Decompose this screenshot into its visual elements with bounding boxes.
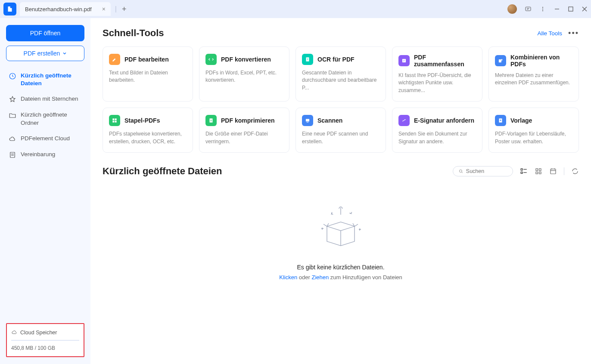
sidebar-label: Vereinbarung <box>21 151 55 158</box>
tool-desc: Mehrere Dateien zu einer einzelnen PDF z… <box>495 72 572 87</box>
svg-rect-18 <box>112 121 114 123</box>
user-avatar[interactable] <box>507 4 517 14</box>
tool-grid: PDF bearbeitenText und Bilder in Dateien… <box>103 46 579 153</box>
svg-rect-30 <box>536 169 538 171</box>
svg-rect-17 <box>115 119 117 120</box>
svg-rect-14 <box>402 59 406 62</box>
batch-pdf-icon <box>109 115 120 126</box>
tool-desc: PDFs stapelweise konvertieren, erstellen… <box>109 130 187 145</box>
tool-card-combine-pdf[interactable]: Kombinieren von PDFsMehrere Dateien zu e… <box>488 46 579 102</box>
svg-rect-34 <box>551 169 556 174</box>
svg-point-24 <box>459 170 462 173</box>
window-minimize-icon[interactable] <box>554 6 560 12</box>
tool-card-esign[interactable]: E-Signatur anfordernSenden Sie ein Dokum… <box>392 108 482 153</box>
empty-state: Es gibt keine kürzlichen Dateien. Klicke… <box>103 190 579 293</box>
summarize-pdf-icon <box>398 55 410 66</box>
list-view-icon[interactable] <box>520 167 528 175</box>
tool-card-edit-pdf[interactable]: PDF bearbeitenText und Bilder in Dateien… <box>103 46 193 102</box>
svg-point-2 <box>542 9 543 9</box>
sidebar-label: Kürzlich geöffnete Dateien <box>21 72 82 87</box>
sidebar-label: PDFelement Cloud <box>21 135 70 142</box>
message-icon[interactable] <box>525 6 532 12</box>
svg-rect-5 <box>569 7 573 11</box>
tool-title: PDF konvertieren <box>221 56 271 63</box>
esign-icon <box>398 115 410 126</box>
sidebar-item-recent-folders[interactable]: Kürzlich geöffnete Ordner <box>6 107 84 130</box>
window-close-icon[interactable] <box>582 6 588 12</box>
tool-title: E-Signatur anfordern <box>414 117 474 124</box>
tool-title: PDF komprimieren <box>221 117 274 124</box>
clock-icon <box>9 72 16 80</box>
tool-desc: Text und Bilder in Dateien bearbeiten. <box>109 69 187 84</box>
template-icon <box>495 115 506 126</box>
svg-rect-32 <box>536 172 538 174</box>
kebab-menu-icon[interactable] <box>539 6 546 12</box>
sidebar-item-starred[interactable]: Dateien mit Sternchen <box>6 91 84 107</box>
search-icon <box>458 168 463 174</box>
tab-add-icon[interactable]: + <box>119 5 129 14</box>
sidebar-item-cloud[interactable]: PDFelement Cloud <box>6 131 84 147</box>
empty-box-icon <box>311 203 371 254</box>
tool-card-ocr-pdf[interactable]: TOCR für PDFGescannte Dateien in durchsu… <box>296 46 386 102</box>
sidebar-label: Kürzlich geöffnete Ordner <box>21 111 82 126</box>
empty-message: Es gibt keine kürzlichen Dateien. <box>103 264 579 271</box>
app-logo[interactable] <box>3 3 16 15</box>
tool-card-convert-pdf[interactable]: PDF konvertierenPDFs in Word, Excel, PPT… <box>199 46 289 102</box>
scan-icon <box>302 115 313 126</box>
svg-rect-9 <box>10 152 15 157</box>
search-box[interactable] <box>453 166 513 176</box>
tool-card-summarize-pdf[interactable]: PDF zusammenfassenKI fasst Ihre PDF-Über… <box>392 46 482 102</box>
open-pdf-button[interactable]: PDF öffnen <box>6 25 84 41</box>
cloud-icon <box>11 329 18 336</box>
ocr-pdf-icon: T <box>302 54 313 65</box>
drag-link[interactable]: Ziehen <box>311 274 329 281</box>
folder-icon <box>9 111 16 119</box>
window-maximize-icon[interactable] <box>568 6 574 12</box>
sidebar: PDF öffnen PDF erstellen Kürzlich geöffn… <box>0 18 90 364</box>
all-tools-link[interactable]: Alle Tools <box>538 30 563 37</box>
tool-desc: Gescannte Dateien in durchsuchbare und b… <box>302 69 379 92</box>
edit-pdf-icon <box>109 54 120 65</box>
svg-rect-16 <box>112 119 114 120</box>
cloud-storage-panel[interactable]: Cloud Speicher 450,8 MB / 100 GB <box>6 323 84 357</box>
tool-card-batch-pdf[interactable]: Stapel-PDFsPDFs stapelweise konvertieren… <box>103 108 193 153</box>
tool-desc: Senden Sie ein Dokument zur Signatur an … <box>398 130 476 145</box>
svg-rect-31 <box>539 169 541 171</box>
tool-desc: PDFs in Word, Excel, PPT, etc. konvertie… <box>205 69 283 84</box>
click-link[interactable]: Klicken <box>279 274 297 281</box>
tool-desc: Die Größe einer PDF-Datei verringern. <box>205 130 283 145</box>
sidebar-label: Dateien mit Sternchen <box>21 95 78 103</box>
tool-card-scan[interactable]: ScannenEine neue PDF scannen und erstell… <box>296 108 386 153</box>
tool-card-compress-pdf[interactable]: PDF komprimierenDie Größe einer PDF-Date… <box>199 108 289 153</box>
tool-title: Scannen <box>317 117 342 124</box>
svg-rect-0 <box>526 7 531 11</box>
sidebar-item-recent-files[interactable]: Kürzlich geöffnete Dateien <box>6 68 84 91</box>
tool-title: OCR für PDF <box>317 56 355 63</box>
tab-close-icon[interactable]: × <box>102 6 106 12</box>
search-input[interactable] <box>466 168 507 174</box>
tool-title: Kombinieren von PDFs <box>510 54 572 68</box>
svg-rect-21 <box>306 119 309 122</box>
svg-rect-27 <box>521 172 523 173</box>
svg-line-25 <box>462 172 463 173</box>
calendar-view-icon[interactable] <box>549 167 557 175</box>
svg-rect-33 <box>539 172 541 174</box>
refresh-icon[interactable] <box>571 167 579 175</box>
tool-desc: Eine neue PDF scannen und erstellen. <box>302 130 379 145</box>
tab-label: Benutzerhandbuch-win.pdf <box>25 6 92 12</box>
empty-hint: Klicken oder Ziehen zum Hinzufügen von D… <box>103 274 579 281</box>
sidebar-item-agreement[interactable]: Vereinbarung <box>6 147 84 163</box>
cloud-icon <box>9 135 16 143</box>
document-icon <box>9 151 16 159</box>
tool-title: PDF bearbeiten <box>124 56 169 63</box>
grid-view-icon[interactable] <box>535 167 542 175</box>
svg-point-1 <box>542 7 543 7</box>
create-pdf-button[interactable]: PDF erstellen <box>6 46 84 61</box>
tool-card-template[interactable]: VorlagePDF-Vorlagen für Lebensläufe, Pos… <box>488 108 579 153</box>
tab-document[interactable]: Benutzerhandbuch-win.pdf × <box>20 2 111 16</box>
compress-pdf-icon <box>205 115 217 126</box>
recent-files-title: Kürzlich geöffnete Dateien <box>103 166 222 177</box>
more-menu-icon[interactable]: ••• <box>568 29 579 38</box>
svg-rect-26 <box>521 169 523 170</box>
titlebar: Benutzerhandbuch-win.pdf × | + <box>0 0 591 18</box>
